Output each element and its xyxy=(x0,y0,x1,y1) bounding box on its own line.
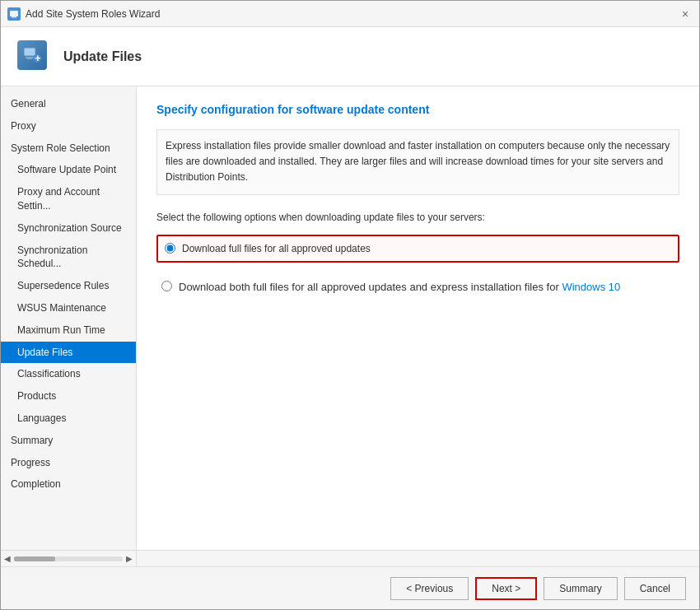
summary-button[interactable]: Summary xyxy=(544,577,617,600)
wizard-footer: < Previous Next > Summary Cancel xyxy=(1,566,699,609)
svg-rect-0 xyxy=(10,11,18,16)
svg-rect-1 xyxy=(12,16,16,18)
sidebar-item-general[interactable]: General xyxy=(1,93,136,115)
scrollbar-thumb[interactable] xyxy=(14,556,55,561)
sidebar-item-products[interactable]: Products xyxy=(1,385,136,407)
next-button[interactable]: Next > xyxy=(475,577,537,600)
scrollbar-track[interactable] xyxy=(14,556,123,561)
wizard-icon: + xyxy=(14,37,54,77)
close-button[interactable]: × xyxy=(678,7,693,21)
wizard-window: Add Site System Roles Wizard × + Update … xyxy=(0,0,700,610)
radio-label-2-prefix: Download both full files for all approve… xyxy=(179,281,562,293)
sidebar-scroll-container: ◀ ▶ xyxy=(1,551,137,566)
wizard-body: General Proxy System Role Selection Soft… xyxy=(1,86,699,550)
cancel-button[interactable]: Cancel xyxy=(624,577,686,600)
svg-text:+: + xyxy=(35,52,41,64)
radio-label-1: Download full files for all approved upd… xyxy=(182,241,371,256)
radio-input-2[interactable] xyxy=(161,281,172,291)
svg-rect-2 xyxy=(24,48,35,56)
sidebar-item-languages[interactable]: Languages xyxy=(1,407,136,430)
wizard-header: + Update Files xyxy=(1,27,699,86)
window-icon xyxy=(7,7,21,21)
sidebar-item-supersedence[interactable]: Supersedence Rules xyxy=(1,275,136,297)
sidebar-item-proxy-account[interactable]: Proxy and Account Settin... xyxy=(1,181,136,217)
radio-option-2[interactable]: Download both full files for all approve… xyxy=(156,274,679,300)
sidebar-item-completion[interactable]: Completion xyxy=(1,473,136,496)
sidebar-item-max-run[interactable]: Maximum Run Time xyxy=(1,319,136,342)
sidebar-item-system-role-selection[interactable]: System Role Selection xyxy=(1,137,136,160)
sidebar-item-wsus[interactable]: WSUS Maintenance xyxy=(1,297,136,319)
radio-label-2: Download both full files for all approve… xyxy=(179,279,620,296)
sidebar-item-classifications[interactable]: Classifications xyxy=(1,363,136,385)
radio-label-2-link: Windows 10 xyxy=(562,281,620,293)
footer-spacer-top xyxy=(137,551,699,566)
sidebar-scrollbar-area: ◀ ▶ xyxy=(1,550,699,566)
main-content: Specify configuration for software updat… xyxy=(137,86,699,550)
sidebar-item-proxy[interactable]: Proxy xyxy=(1,115,136,137)
wizard-header-title: Update Files xyxy=(63,49,142,64)
sidebar-item-summary[interactable]: Summary xyxy=(1,430,136,452)
title-bar: Add Site System Roles Wizard × xyxy=(1,1,699,27)
sidebar: General Proxy System Role Selection Soft… xyxy=(1,86,137,550)
sidebar-item-progress[interactable]: Progress xyxy=(1,452,136,474)
svg-rect-5 xyxy=(27,58,32,59)
title-bar-left: Add Site System Roles Wizard xyxy=(7,7,160,21)
page-title: Specify configuration for software updat… xyxy=(156,103,679,116)
radio-input-1[interactable] xyxy=(165,243,175,254)
scroll-left-arrow[interactable]: ◀ xyxy=(4,554,11,563)
sidebar-item-software-update-point[interactable]: Software Update Point xyxy=(1,159,136,181)
scroll-right-arrow[interactable]: ▶ xyxy=(126,554,133,563)
sidebar-item-sync-schedule[interactable]: Synchronization Schedul... xyxy=(1,240,136,276)
info-text: Express installation files provide small… xyxy=(156,129,679,195)
radio-option-1[interactable]: Download full files for all approved upd… xyxy=(156,235,679,263)
window-title: Add Site System Roles Wizard xyxy=(26,8,160,20)
sidebar-item-update-files[interactable]: Update Files xyxy=(1,342,136,364)
previous-button[interactable]: < Previous xyxy=(390,577,469,600)
svg-rect-4 xyxy=(26,57,34,58)
sidebar-item-sync-source[interactable]: Synchronization Source xyxy=(1,217,136,240)
select-label: Select the following options when downlo… xyxy=(156,212,679,223)
